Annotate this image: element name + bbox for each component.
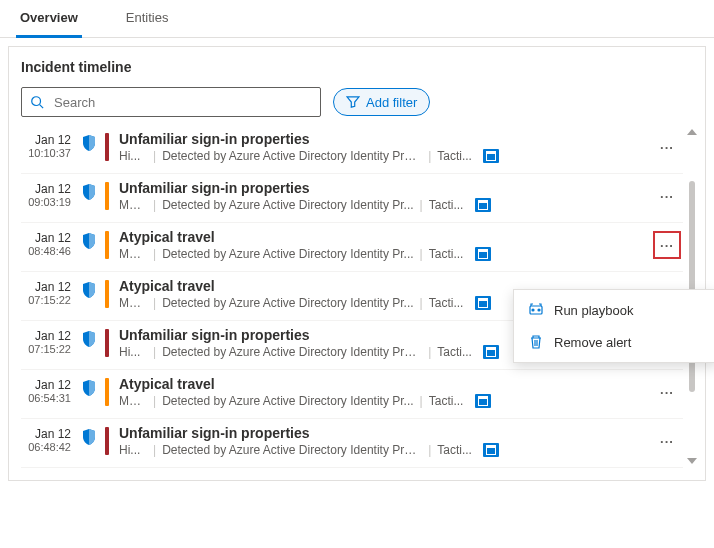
detected-by-text: Detected by Azure Active Directory Ident…	[162, 443, 422, 457]
detected-by-text: Detected by Azure Active Directory Ident…	[162, 394, 413, 408]
row-main: Unfamiliar sign-in properties Medi... | …	[119, 180, 651, 212]
detected-by-text: Detected by Azure Active Directory Ident…	[162, 247, 413, 261]
detected-by-text: Detected by Azure Active Directory Ident…	[162, 149, 422, 163]
separator: |	[428, 149, 431, 163]
row-type-icon-col	[79, 376, 99, 408]
separator: |	[153, 149, 156, 163]
tab-overview[interactable]: Overview	[16, 0, 82, 38]
panel-title: Incident timeline	[21, 59, 701, 75]
alert-meta: Hi... | Detected by Azure Active Directo…	[119, 443, 651, 457]
svg-point-4	[538, 309, 540, 311]
row-type-icon-col	[79, 327, 99, 359]
severity-bar	[105, 329, 109, 357]
timeline-row[interactable]: Jan 12 06:48:42 Unfamiliar sign-in prope…	[21, 419, 683, 468]
row-date: Jan 12	[21, 182, 71, 196]
scroll-down-icon[interactable]	[687, 458, 697, 464]
scroll-up-icon[interactable]	[687, 129, 697, 135]
tactics-label: Tacti...	[437, 443, 477, 457]
alert-title[interactable]: Unfamiliar sign-in properties	[119, 180, 651, 196]
shield-icon	[82, 282, 96, 298]
row-time: 08:48:46	[21, 245, 71, 257]
row-type-icon-col	[79, 180, 99, 212]
menu-remove-alert[interactable]: Remove alert	[514, 326, 714, 358]
severity-bar	[105, 427, 109, 455]
svg-point-0	[32, 97, 41, 106]
more-actions-button[interactable]: ···	[655, 135, 679, 159]
more-actions-button[interactable]: ···	[655, 429, 679, 453]
shield-icon	[82, 429, 96, 445]
row-date: Jan 12	[21, 280, 71, 294]
detected-by-text: Detected by Azure Active Directory Ident…	[162, 198, 413, 212]
separator: |	[153, 345, 156, 359]
alert-title[interactable]: Unfamiliar sign-in properties	[119, 131, 651, 147]
more-actions-button[interactable]: ···	[655, 380, 679, 404]
separator: |	[420, 394, 423, 408]
search-input[interactable]	[52, 94, 312, 111]
svg-point-3	[532, 309, 534, 311]
row-main: Unfamiliar sign-in properties Hi... | De…	[119, 425, 651, 457]
severity-text: Hi...	[119, 345, 147, 359]
tactics-icon	[483, 345, 499, 359]
trash-icon	[528, 334, 544, 350]
timeline-row[interactable]: Jan 12 06:54:31 Atypical travel Medi... …	[21, 370, 683, 419]
row-date: Jan 12	[21, 427, 71, 441]
row-type-icon-col	[79, 425, 99, 457]
severity-bar	[105, 280, 109, 308]
tab-entities[interactable]: Entities	[122, 0, 173, 37]
row-time: 06:54:31	[21, 392, 71, 404]
row-timestamp: Jan 12 07:15:22	[21, 327, 79, 359]
separator: |	[428, 443, 431, 457]
alert-title[interactable]: Atypical travel	[119, 376, 651, 392]
separator: |	[153, 198, 156, 212]
incident-timeline-panel: Incident timeline Add filter Jan 12 10:1…	[8, 46, 706, 481]
severity-bar	[105, 182, 109, 210]
separator: |	[420, 198, 423, 212]
more-actions-button[interactable]: ···	[655, 184, 679, 208]
severity-bar	[105, 378, 109, 406]
row-timestamp: Jan 12 09:03:19	[21, 180, 79, 212]
row-context-menu: Run playbook Remove alert	[513, 289, 714, 363]
detected-by-text: Detected by Azure Active Directory Ident…	[162, 345, 422, 359]
row-time: 06:48:42	[21, 441, 71, 453]
row-time: 07:15:22	[21, 343, 71, 355]
shield-icon	[82, 135, 96, 151]
row-actions: ···	[651, 180, 683, 212]
row-type-icon-col	[79, 229, 99, 261]
alert-meta: Medi... | Detected by Azure Active Direc…	[119, 394, 651, 408]
tactics-icon	[475, 247, 491, 261]
timeline-row[interactable]: Jan 12 08:48:46 Atypical travel Medi... …	[21, 223, 683, 272]
alert-meta: Medi... | Detected by Azure Active Direc…	[119, 198, 651, 212]
row-time: 07:15:22	[21, 294, 71, 306]
row-main: Atypical travel Medi... | Detected by Az…	[119, 229, 651, 261]
severity-text: Medi...	[119, 394, 147, 408]
add-filter-button[interactable]: Add filter	[333, 88, 430, 116]
detected-by-text: Detected by Azure Active Directory Ident…	[162, 296, 413, 310]
separator: |	[153, 394, 156, 408]
more-actions-button[interactable]: ···	[655, 233, 679, 257]
timeline-row[interactable]: Jan 12 10:10:37 Unfamiliar sign-in prope…	[21, 125, 683, 174]
tactics-icon	[475, 198, 491, 212]
alert-title[interactable]: Unfamiliar sign-in properties	[119, 425, 651, 441]
row-actions: ···	[651, 376, 683, 408]
separator: |	[420, 296, 423, 310]
tactics-label: Tacti...	[429, 296, 469, 310]
severity-bar	[105, 231, 109, 259]
shield-icon	[82, 380, 96, 396]
tactics-icon	[483, 149, 499, 163]
row-main: Atypical travel Medi... | Detected by Az…	[119, 376, 651, 408]
row-actions: ···	[651, 229, 683, 261]
controls-bar: Add filter	[21, 87, 701, 117]
timeline-row[interactable]: Jan 12 09:03:19 Unfamiliar sign-in prope…	[21, 174, 683, 223]
search-box[interactable]	[21, 87, 321, 117]
playbook-icon	[528, 302, 544, 318]
add-filter-label: Add filter	[366, 95, 417, 110]
severity-text: Medi...	[119, 198, 147, 212]
severity-bar	[105, 133, 109, 161]
severity-text: Medi...	[119, 296, 147, 310]
row-timestamp: Jan 12 06:48:42	[21, 425, 79, 457]
alert-title[interactable]: Atypical travel	[119, 229, 651, 245]
menu-remove-alert-label: Remove alert	[554, 335, 631, 350]
filter-icon	[346, 96, 360, 108]
row-timestamp: Jan 12 07:15:22	[21, 278, 79, 310]
menu-run-playbook[interactable]: Run playbook	[514, 294, 714, 326]
